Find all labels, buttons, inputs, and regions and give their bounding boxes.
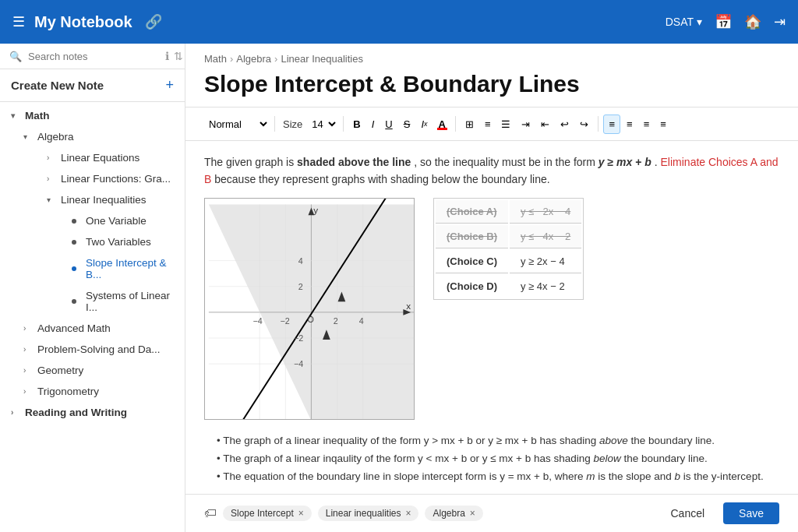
font-color-button[interactable]: A	[434, 115, 450, 133]
underline-button[interactable]: U	[380, 115, 397, 133]
sidebar-item-two-variables[interactable]: Two Variables	[37, 231, 185, 252]
choice-a-row: (Choice A) y ≤ −2x − 4	[436, 200, 581, 224]
bullet-item-1: The graph of a linear inequality of the …	[214, 432, 779, 450]
breadcrumb: Math › Algebra › Linear Inequalities	[185, 44, 798, 68]
toolbar-divider-2	[343, 116, 344, 132]
editor-area: The given graph is shaded above the line…	[185, 141, 798, 494]
breadcrumb-math[interactable]: Math	[204, 53, 227, 65]
chevron-down-icon: ▾	[697, 16, 702, 28]
remove-linear-inequalities[interactable]: ×	[405, 508, 411, 519]
choice-c-formula: y ≥ 2x − 4	[510, 250, 581, 273]
formatting-toolbar: NormalHeading 1Heading 2 Size 14121618 B…	[185, 107, 798, 141]
italic-x-button[interactable]: Ix	[416, 115, 432, 133]
algebra-children: › Linear Equations › Linear Functions: G…	[12, 147, 185, 318]
toolbar-divider-1	[274, 116, 275, 132]
topbar-right: DSAT ▾ 📅 🏠 ⇥	[666, 13, 786, 30]
format-select[interactable]: NormalHeading 1Heading 2	[204, 115, 270, 134]
intro-bold: shaded above the line	[297, 156, 411, 168]
search-bar: 🔍 ℹ ⇅	[0, 44, 185, 69]
svg-text:4: 4	[359, 315, 364, 325]
svg-text:4: 4	[298, 255, 303, 265]
strikethrough-button[interactable]: S	[399, 115, 415, 133]
content-panel: Math › Algebra › Linear Inequalities Slo…	[185, 44, 798, 532]
choice-a-formula: y ≤ −2x − 4	[510, 200, 581, 224]
sidebar-item-reading-writing[interactable]: › Reading and Writing	[0, 402, 185, 423]
sidebar-item-systems[interactable]: Systems of Linear I...	[37, 285, 185, 318]
chevron-right-icon: ›	[47, 174, 56, 183]
search-actions: ℹ ⇅	[165, 50, 183, 62]
sidebar-item-trigonometry[interactable]: › Trigonometry	[12, 381, 185, 402]
sidebar-item-geometry[interactable]: › Geometry	[12, 360, 185, 381]
intro-text-2: , so the inequality must be in the form	[414, 156, 598, 168]
indent-button[interactable]: ⇥	[517, 115, 535, 133]
italic-button[interactable]: I	[367, 115, 380, 133]
svg-text:−4: −4	[252, 315, 262, 325]
choice-d-formula: y ≥ 4x − 2	[510, 275, 581, 298]
chevron-down-icon: ▾	[11, 111, 20, 120]
remove-slope-intercept[interactable]: ×	[298, 508, 304, 519]
svg-text:−2: −2	[294, 333, 303, 343]
coordinate-graph: x y O −4 −2 2 4 4 2 −2 −4	[204, 198, 415, 420]
choice-a-label: (Choice A)	[436, 200, 508, 224]
choices-table: (Choice A) y ≤ −2x − 4 (Choice B) y ≤ −4…	[433, 198, 584, 300]
calendar-icon[interactable]: 📅	[715, 13, 732, 30]
create-new-note-button[interactable]: Create New Note +	[0, 69, 185, 102]
search-input[interactable]	[28, 51, 159, 62]
remove-algebra[interactable]: ×	[470, 508, 475, 519]
svg-text:2: 2	[334, 315, 338, 325]
link-icon[interactable]: 🔗	[145, 13, 162, 30]
align-right-button[interactable]: ≡	[639, 115, 655, 133]
bullet-item-3: The equation of the boundary line in slo…	[214, 468, 779, 486]
linear-ineq-children: One Variable Two Variables	[25, 210, 185, 318]
cancel-button[interactable]: Cancel	[659, 502, 715, 524]
chevron-right-icon: ›	[11, 408, 20, 417]
redo-button[interactable]: ↪	[575, 115, 593, 133]
sidebar: 🔍 ℹ ⇅ Create New Note + ▾ Math	[0, 44, 185, 532]
tags-bar: 🏷 Slope Intercept × Linear inequalities …	[185, 494, 798, 532]
sidebar-item-problem-solving[interactable]: › Problem-Solving and Da...	[12, 339, 185, 360]
chevron-right-icon: ›	[23, 324, 33, 333]
ordered-list-button[interactable]: ≡	[480, 115, 496, 133]
math-children: ▾ Algebra › Linear Equations	[0, 126, 185, 402]
sidebar-item-math[interactable]: ▾ Math ▾ Algebra ›	[0, 105, 185, 402]
sidebar-item-linear-functions[interactable]: › Linear Functions: Gra...	[25, 168, 185, 189]
bold-button[interactable]: B	[348, 115, 365, 133]
graph-area: x y O −4 −2 2 4 4 2 −2 −4	[204, 198, 779, 420]
sidebar-item-linear-inequalities[interactable]: ▾ Linear Inequalities One Variable	[25, 189, 185, 318]
align-left-button[interactable]: ≡	[603, 115, 620, 134]
choice-b-label: (Choice B)	[436, 225, 508, 248]
align-center-button[interactable]: ≡	[622, 115, 637, 133]
save-button[interactable]: Save	[723, 502, 779, 524]
toolbar-divider-4	[598, 116, 598, 132]
sidebar-item-slope-intercept[interactable]: Slope Intercept & B...	[37, 252, 185, 285]
dsat-button[interactable]: DSAT ▾	[666, 16, 702, 28]
table-button[interactable]: ⊞	[461, 115, 478, 133]
export-icon[interactable]: ⇥	[774, 13, 786, 30]
breadcrumb-linear-ineq[interactable]: Linear Inequalities	[281, 53, 363, 65]
plus-icon: +	[165, 77, 174, 93]
sidebar-tree: ▾ Math ▾ Algebra ›	[0, 102, 185, 426]
sidebar-item-advanced-math[interactable]: › Advanced Math	[12, 318, 185, 339]
menu-icon[interactable]: ☰	[12, 13, 25, 30]
undo-button[interactable]: ↩	[556, 115, 574, 133]
svg-text:O: O	[308, 314, 314, 323]
tag-algebra: Algebra ×	[425, 506, 482, 521]
choice-c-row: (Choice C) y ≥ 2x − 4	[436, 250, 581, 273]
sidebar-item-algebra[interactable]: ▾ Algebra › Linear Equations	[12, 126, 185, 318]
sidebar-item-linear-equations[interactable]: › Linear Equations	[25, 147, 185, 168]
size-label: Size	[280, 118, 305, 130]
bullet-icon	[72, 266, 76, 271]
align-justify-button[interactable]: ≡	[655, 115, 671, 133]
home-icon[interactable]: 🏠	[744, 13, 761, 30]
info-icon[interactable]: ℹ	[165, 50, 169, 62]
search-icon: 🔍	[9, 51, 22, 62]
unordered-list-button[interactable]: ☰	[496, 115, 515, 133]
outdent-button[interactable]: ⇤	[536, 115, 554, 133]
sidebar-item-one-variable[interactable]: One Variable	[37, 210, 185, 231]
topbar: ☰ My Notebook 🔗 DSAT ▾ 📅 🏠 ⇥	[0, 0, 798, 44]
chevron-right-icon: ›	[23, 345, 33, 354]
sort-icon[interactable]: ⇅	[174, 50, 183, 62]
size-select[interactable]: 14121618	[307, 115, 338, 134]
chevron-down-icon: ▾	[47, 196, 56, 204]
breadcrumb-algebra[interactable]: Algebra	[236, 53, 271, 65]
